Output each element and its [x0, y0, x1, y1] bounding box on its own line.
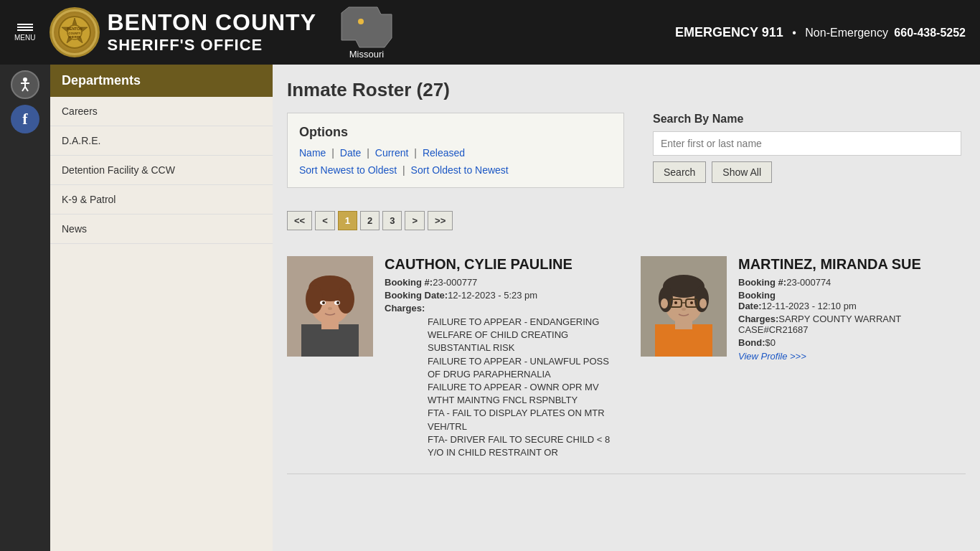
booking-date-cauthon: Booking Date:12-12-2023 - 5:23 pm — [385, 290, 612, 301]
main-layout: f Departments Careers D.A.R.E. Detention… — [0, 65, 980, 551]
inmate-details-martinez: MARTINEZ, MIRANDA SUE Booking #:23-00077… — [738, 256, 966, 459]
filter-name-link[interactable]: Name — [299, 147, 326, 159]
charges-text-cauthon: FAILURE TO APPEAR - ENDANGERING WELFARE … — [428, 316, 612, 459]
inmate-name-cauthon: CAUTHON, CYLIE PAULINE — [385, 256, 612, 273]
options-title: Options — [299, 125, 612, 140]
emergency-info: EMERGENCY 911 • Non-Emergency 660-438-52… — [675, 25, 966, 40]
facebook-button[interactable]: f — [11, 105, 39, 133]
pagination: << < 1 2 3 > >> — [287, 211, 966, 230]
options-filter-links: Name | Date | Current | Released — [299, 147, 612, 159]
booking-date-martinez: Booking Date:12-11-2023 - 12:10 pm — [738, 290, 966, 311]
svg-point-22 — [336, 301, 339, 304]
state-map: Missouri — [338, 6, 395, 60]
facebook-icon: f — [22, 110, 27, 128]
inmate-details-cauthon: CAUTHON, CYLIE PAULINE Booking #:23-0007… — [385, 256, 612, 459]
inmate-name-martinez: MARTINEZ, MIRANDA SUE — [738, 256, 966, 273]
header-logo-area: MENU BENTON COUNTY SHERIFF BENTON COUNTY… — [14, 6, 395, 60]
sidebar-item-detention[interactable]: Detention Facility & CCW — [50, 156, 273, 185]
booking-number-cauthon: Booking #:23-000777 — [385, 277, 612, 288]
page-3-button[interactable]: 3 — [382, 211, 402, 230]
sidebar-item-dare[interactable]: D.A.R.E. — [50, 126, 273, 156]
svg-point-31 — [661, 298, 668, 309]
site-header: MENU BENTON COUNTY SHERIFF BENTON COUNTY… — [0, 0, 980, 65]
sort-newest-link[interactable]: Sort Newest to Oldest — [299, 164, 397, 176]
top-options-area: Options Name | Date | Current | Released… — [287, 113, 966, 199]
menu-label: MENU — [14, 34, 35, 42]
sort-links: Sort Newest to Oldest | Sort Oldest to N… — [299, 164, 612, 176]
inmate-photo-martinez — [641, 256, 727, 357]
booking-number-martinez: Booking #:23-000774 — [738, 277, 966, 288]
svg-point-18 — [337, 285, 354, 314]
separator: • — [792, 27, 796, 39]
left-sidebar: f — [0, 65, 50, 551]
charges-label-cauthon: Charges: — [385, 303, 612, 314]
last-page-button[interactable]: >> — [428, 211, 453, 230]
svg-point-23 — [328, 307, 332, 310]
search-box-title: Search By Name — [653, 113, 961, 126]
title-line1: BENTON COUNTY — [107, 10, 316, 35]
svg-point-6 — [358, 19, 364, 24]
sort-oldest-link[interactable]: Sort Oldest to Newest — [411, 164, 509, 176]
page-title: Inmate Roster (27) — [287, 79, 966, 101]
svg-point-21 — [322, 301, 325, 304]
sidebar-item-k9[interactable]: K-9 & Patrol — [50, 185, 273, 215]
view-profile-martinez[interactable]: View Profile >>> — [738, 351, 966, 362]
emergency-label: EMERGENCY 911 — [675, 25, 783, 39]
svg-point-37 — [690, 301, 693, 304]
filter-released-link[interactable]: Released — [423, 147, 465, 159]
svg-point-36 — [674, 301, 677, 304]
svg-text:SHERIFF: SHERIFF — [69, 35, 82, 39]
svg-point-38 — [682, 308, 686, 311]
page-2-button[interactable]: 2 — [360, 211, 380, 230]
inmate-photo-cauthon — [287, 256, 373, 357]
sidebar-item-careers[interactable]: Careers — [50, 97, 273, 126]
svg-point-32 — [699, 298, 707, 309]
search-button[interactable]: Search — [653, 161, 706, 183]
svg-point-7 — [23, 77, 27, 82]
filter-current-link[interactable]: Current — [375, 147, 409, 159]
first-page-button[interactable]: << — [287, 211, 312, 230]
menu-button[interactable]: MENU — [14, 24, 35, 42]
inmate-card-cauthon: CAUTHON, CYLIE PAULINE Booking #:23-0007… — [287, 256, 612, 459]
accessibility-button[interactable] — [11, 70, 39, 99]
search-buttons: Search Show All — [653, 161, 961, 183]
inmate-card-martinez: MARTINEZ, MIRANDA SUE Booking #:23-00077… — [641, 256, 966, 459]
svg-line-11 — [25, 87, 28, 91]
nav-sidebar: Departments Careers D.A.R.E. Detention F… — [50, 65, 273, 551]
non-emergency-number: 660-438-5252 — [894, 27, 966, 39]
title-line2: SHERIFF'S OFFICE — [107, 36, 316, 55]
non-emergency-label: Non-Emergency — [805, 27, 888, 39]
nav-header-label: Departments — [62, 73, 141, 88]
charges-field-martinez: Charges:SARPY COUNTY WARRANT CASE#CR2168… — [738, 314, 966, 335]
search-box: Search By Name Search Show All — [653, 113, 961, 183]
options-box: Options Name | Date | Current | Released… — [287, 113, 624, 188]
bond-field-martinez: Bond:$0 — [738, 337, 966, 348]
content-area: Inmate Roster (27) Options Name | Date |… — [273, 65, 980, 551]
state-label: Missouri — [349, 49, 384, 60]
search-input[interactable] — [653, 131, 961, 156]
page-1-button[interactable]: 1 — [338, 211, 357, 230]
inmate-row: CAUTHON, CYLIE PAULINE Booking #:23-0007… — [287, 242, 966, 474]
prev-page-button[interactable]: < — [315, 211, 335, 230]
site-title: BENTON COUNTY SHERIFF'S OFFICE — [107, 10, 316, 54]
nav-sidebar-header: Departments — [50, 65, 273, 97]
sidebar-item-news[interactable]: News — [50, 215, 273, 244]
next-page-button[interactable]: > — [405, 211, 425, 230]
show-all-button[interactable]: Show All — [712, 161, 772, 183]
svg-point-17 — [306, 285, 323, 314]
filter-date-link[interactable]: Date — [340, 147, 362, 159]
svg-text:BENTON: BENTON — [67, 27, 83, 31]
sheriff-badge-logo: BENTON COUNTY SHERIFF — [50, 7, 100, 57]
